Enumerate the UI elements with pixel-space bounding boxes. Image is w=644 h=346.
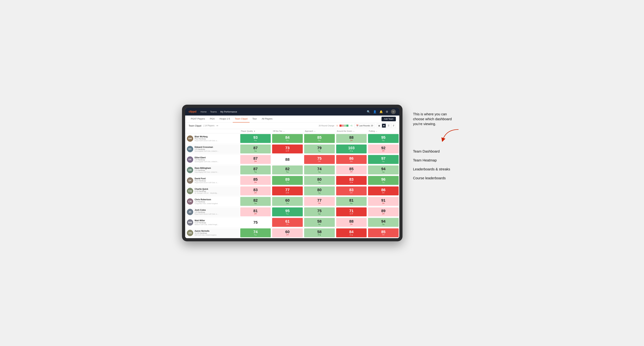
- stat-around_green-2: 86 6▼: [336, 154, 368, 165]
- nav-my-performance[interactable]: My Performance: [220, 110, 237, 114]
- stat-box-approach-3: 74 1▲: [304, 166, 335, 174]
- tab-all-players[interactable]: All Players: [260, 116, 274, 123]
- player-name-9: Aaron Nicholls: [194, 230, 217, 232]
- player-details-6: Chris Robertson 1-5 Handicap Craigmillar…: [194, 198, 218, 204]
- last-rounds-button[interactable]: 📅 Last Rounds: 20: [354, 124, 375, 128]
- stat-player_quality-9: 74 8▲: [240, 228, 272, 238]
- nav-bar: clippd Home Teams My Performance 🔍 👤 🔔 ⚙…: [185, 108, 399, 116]
- edit-icon[interactable]: ✏: [216, 124, 218, 127]
- player-details-1: Edward Crossman 1-5 Handicap Sunningdale…: [194, 146, 219, 152]
- player-name-2: Elliot Ebert: [194, 156, 219, 159]
- search-icon[interactable]: 🔍: [367, 110, 370, 113]
- option-leaderboards[interactable]: Leaderboards & streaks: [413, 165, 462, 174]
- player-details-8: Matt Miller 6-10 Handicap Woburn Golf Cl…: [194, 219, 219, 225]
- stat-approach-9: 58 10▲: [304, 228, 336, 238]
- nav-teams[interactable]: Teams: [210, 110, 217, 114]
- stat-box-around_green-7: 71 11▼: [336, 207, 367, 216]
- col-header-around-green[interactable]: Around the Green —: [336, 129, 368, 133]
- heatmap-view-button[interactable]: ■: [382, 124, 386, 128]
- stat-box-player_quality-9: 74 8▲: [240, 228, 271, 237]
- table-row[interactable]: CQ Charlie Quick 6-10 Handicap St. Georg…: [185, 186, 399, 196]
- stat-value-around_green-2: 86: [349, 157, 354, 161]
- tab-pga[interactable]: PGA: [208, 116, 217, 123]
- stat-approach-3: 74 1▲: [304, 165, 336, 175]
- stat-off_tee-1: 73 11▼: [272, 144, 304, 154]
- stat-approach-6: 77 3▼: [304, 196, 336, 207]
- option-course-leaderboards[interactable]: Course leaderboards: [413, 174, 462, 183]
- table-row[interactable]: EC Edward Crossman 1-5 Handicap Sunningd…: [185, 144, 399, 154]
- filter-view-button[interactable]: ⇵: [391, 124, 396, 128]
- stat-box-approach-5: 80 1▲: [304, 186, 335, 195]
- stat-box-off_tee-4: 89 7▲: [272, 176, 303, 185]
- stat-change-off_tee-1: 11▼: [286, 150, 289, 152]
- stat-around_green-8: 88 2▼: [336, 217, 368, 228]
- stat-box-around_green-0: 88 1▼: [336, 134, 367, 143]
- stat-around_green-3: 85 3▼: [336, 165, 368, 175]
- add-team-button[interactable]: Add Team: [382, 117, 396, 121]
- grid-view-button[interactable]: ▣: [377, 124, 382, 128]
- stat-box-putting-0: 95 9▲: [368, 134, 399, 143]
- stat-value-around_green-0: 88: [349, 136, 354, 140]
- stat-box-putting-6: 91 3▼: [368, 197, 399, 206]
- player-handicap-1: 1-5 Handicap: [194, 148, 219, 150]
- stat-off_tee-2: 88: [272, 154, 304, 165]
- stat-box-putting-7: 89 2▼: [368, 207, 399, 216]
- stat-box-off_tee-1: 73 11▼: [272, 145, 303, 154]
- tab-pgat-players[interactable]: PGAT Players: [189, 116, 207, 123]
- table-row[interactable]: CR Chris Robertson 1-5 Handicap Craigmil…: [185, 196, 399, 207]
- nav-home[interactable]: Home: [200, 110, 207, 114]
- stat-box-player_quality-2: 87 3▼: [240, 155, 271, 164]
- option-team-dashboard[interactable]: Team Dashboard: [413, 147, 462, 156]
- stat-box-player_quality-7: 81 3▼: [240, 207, 271, 216]
- tab-hcaps[interactable]: Hcaps 1-5: [218, 116, 232, 123]
- stat-value-approach-3: 74: [317, 167, 322, 171]
- stat-value-putting-7: 89: [381, 209, 385, 213]
- table-row[interactable]: AN Aaron Nicholls 11-15 Handicap Drift G…: [185, 228, 399, 238]
- col-header-putting[interactable]: Putting —: [367, 129, 399, 133]
- stat-value-approach-9: 58: [317, 230, 322, 234]
- table-row[interactable]: EE Elliot Ebert 1-5 Handicap Sunningdale…: [185, 154, 399, 165]
- stat-value-player_quality-0: 93: [254, 136, 258, 140]
- col-header-player-quality[interactable]: Player Quality ▼: [240, 129, 272, 133]
- bell-icon[interactable]: 🔔: [380, 110, 383, 113]
- stat-box-off_tee-6: 60 2▲: [272, 197, 303, 206]
- list-view-button[interactable]: ☰: [386, 124, 391, 128]
- stat-box-around_green-1: 103 15▲: [336, 145, 367, 154]
- stat-approach-4: 80 3▲: [304, 175, 336, 186]
- table-row[interactable]: DF David Ford Plus Handicap Royal North …: [185, 175, 399, 186]
- player-club-6: Craigmillar Park, United Kingdom: [194, 203, 218, 204]
- table-row[interactable]: JC Josh Coles 1-5 Handicap Royal North D…: [185, 207, 399, 217]
- avatar[interactable]: U: [391, 109, 396, 114]
- stat-putting-3: 94 1▲: [367, 165, 399, 175]
- player-handicap-8: 6-10 Handicap: [194, 222, 219, 224]
- stat-putting-2: 97 5▲: [367, 154, 399, 165]
- stat-putting-5: 86 8▼: [367, 186, 399, 196]
- stat-box-around_green-9: 84 21▲: [336, 228, 367, 237]
- stat-value-approach-5: 80: [317, 188, 322, 192]
- table-row[interactable]: DB Dave Billingham 1-5 Handicap Gog Mago…: [185, 165, 399, 175]
- stat-value-player_quality-2: 87: [254, 157, 258, 161]
- stat-change-player_quality-7: 3▼: [254, 213, 257, 215]
- stat-value-putting-5: 86: [381, 188, 385, 192]
- player-info-7: JC Josh Coles 1-5 Handicap Royal North D…: [185, 207, 240, 216]
- tab-tour[interactable]: Tour: [250, 116, 259, 123]
- tab-team-clippd[interactable]: Team Clippd: [233, 116, 250, 123]
- stat-box-around_green-5: 83 6▼: [336, 186, 367, 195]
- player-name-3: Dave Billingham: [194, 167, 219, 169]
- stat-value-around_green-8: 88: [349, 219, 354, 223]
- stat-box-putting-2: 97 5▲: [368, 155, 399, 164]
- option-team-heatmap[interactable]: Team Heatmap: [413, 156, 462, 165]
- player-handicap-5: 6-10 Handicap: [194, 190, 219, 192]
- stat-change-putting-5: 8▼: [382, 192, 385, 194]
- stat-value-around_green-1: 103: [348, 146, 355, 150]
- player-details-0: Blair McHarg Plus Handicap Royal North D…: [194, 135, 219, 142]
- settings-icon[interactable]: ⚙: [386, 110, 388, 113]
- col-header-off-tee[interactable]: Off the Tee —: [272, 129, 304, 133]
- table-row[interactable]: BM Blair McHarg Plus Handicap Royal Nort…: [185, 133, 399, 144]
- color-block-green: [346, 125, 348, 127]
- col-header-approach[interactable]: Approach —: [304, 129, 336, 133]
- color-block-light-red: [342, 125, 344, 127]
- table-row[interactable]: MM Matt Miller 6-10 Handicap Woburn Golf…: [185, 217, 399, 228]
- person-icon[interactable]: 👤: [373, 110, 376, 113]
- stat-box-off_tee-8: 61 3▼: [272, 218, 303, 227]
